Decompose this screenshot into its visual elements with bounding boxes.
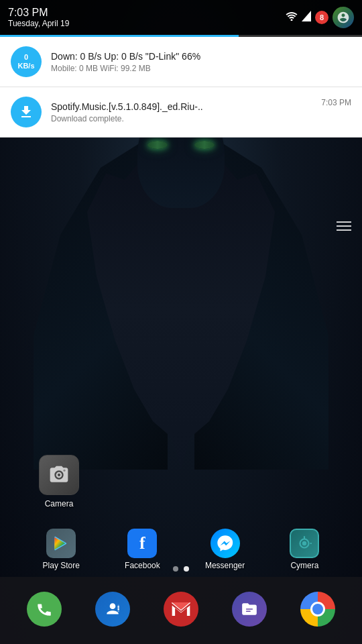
menu-line-1: [337, 221, 351, 223]
page-indicator: [173, 566, 189, 572]
cymera-label: Cymera: [290, 561, 318, 570]
page-dot-2: [184, 566, 189, 572]
wifi-icon: [286, 11, 298, 23]
messenger-app[interactable]: Messenger: [205, 529, 245, 570]
messenger-icon: [210, 529, 240, 558]
svg-marker-2: [54, 537, 65, 549]
files-nav-button[interactable]: [232, 592, 267, 627]
svg-rect-8: [118, 606, 119, 607]
svg-rect-9: [118, 608, 119, 609]
playstore-label: Play Store: [43, 561, 80, 570]
page-dot-1: [173, 566, 178, 572]
camera-label: Camera: [45, 499, 74, 508]
facebook-label: Facebook: [125, 561, 160, 570]
camera-icon-wrapper: [39, 455, 79, 495]
facebook-app[interactable]: f Facebook: [125, 529, 160, 570]
chrome-center: [310, 602, 325, 616]
batman-art: [34, 80, 328, 470]
menu-line-3: [337, 229, 351, 231]
svg-point-1: [63, 470, 65, 472]
svg-point-4: [302, 541, 307, 546]
messenger-label: Messenger: [205, 561, 245, 570]
camera-app[interactable]: Camera: [32, 455, 86, 508]
notification-network[interactable]: 0KB/s Down: 0 B/s Up: 0 B/s "D-Link" 66%…: [0, 37, 362, 87]
svg-rect-7: [118, 604, 119, 612]
notification-download[interactable]: Spotify.Music.[v.5.1.0.849]._ed.Riu-.. D…: [0, 87, 362, 138]
menu-line-2: [337, 225, 351, 227]
dock-row: Play Store f Facebook Messenger: [13, 529, 349, 570]
notification-download-title: Spotify.Music.[v.5.1.0.849]._ed.Riu-..: [51, 101, 321, 113]
status-time-section: 7:03 PM Tuesday, April 19: [8, 6, 69, 29]
notification-download-time: 7:03 PM: [321, 98, 351, 107]
playstore-icon: [46, 529, 76, 558]
svg-marker-0: [302, 11, 311, 21]
notification-network-subtitle: Mobile: 0 MB WiFi: 99.2 MB: [51, 64, 351, 73]
chrome-nav-button[interactable]: [300, 592, 335, 627]
playstore-app[interactable]: Play Store: [43, 529, 80, 570]
notification-download-subtitle: Download complete.: [51, 114, 321, 123]
facebook-icon: f: [127, 529, 157, 558]
status-date: Tuesday, April 19: [8, 19, 69, 28]
cymera-app[interactable]: Cymera: [290, 529, 319, 570]
signal-icon: [302, 11, 311, 24]
phone-nav-button[interactable]: [27, 592, 62, 627]
bottom-nav: [0, 577, 362, 644]
avatar[interactable]: [333, 7, 354, 28]
status-icons: 8: [286, 7, 354, 28]
network-monitor-icon: 0KB/s: [11, 46, 42, 77]
status-bar: 7:03 PM Tuesday, April 19 8: [0, 0, 362, 35]
status-time: 7:03 PM: [8, 6, 69, 19]
cymera-icon: [290, 529, 319, 558]
contacts-nav-button[interactable]: [95, 592, 130, 627]
notification-badge: 8: [315, 11, 328, 24]
notification-network-content: Down: 0 B/s Up: 0 B/s "D-Link" 66% Mobil…: [51, 50, 351, 73]
notification-panel: 0KB/s Down: 0 B/s Up: 0 B/s "D-Link" 66%…: [0, 37, 362, 138]
notification-network-title: Down: 0 B/s Up: 0 B/s "D-Link" 66%: [51, 50, 351, 62]
camera-section: Camera: [13, 455, 349, 508]
menu-button[interactable]: [337, 221, 351, 231]
download-icon: [11, 97, 42, 127]
notification-download-content: Spotify.Music.[v.5.1.0.849]._ed.Riu-.. D…: [51, 101, 321, 123]
gmail-nav-button[interactable]: [164, 592, 198, 627]
home-screen: Camera: [0, 455, 362, 570]
